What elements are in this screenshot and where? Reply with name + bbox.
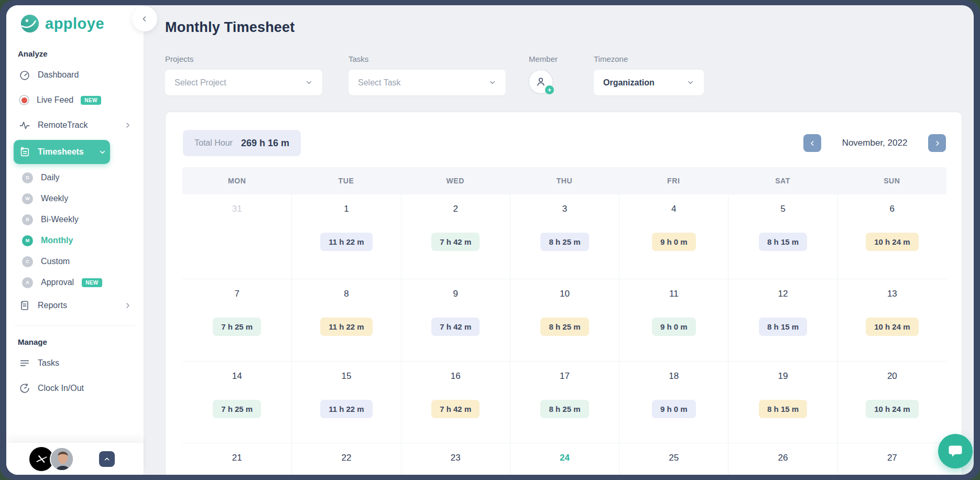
calendar-day-cell[interactable]: 26: [728, 443, 837, 475]
sidebar-item-label: Dashboard: [38, 70, 79, 80]
calendar-day-cell[interactable]: 111 h 22 m: [291, 194, 400, 279]
sidebar-item-tasks[interactable]: Tasks: [14, 351, 136, 376]
sidebar-item-daily[interactable]: D Daily: [14, 167, 136, 188]
section-analyze: Analyze: [18, 49, 132, 58]
hours-badge[interactable]: 11 h 22 m: [320, 400, 373, 418]
collapse-user-switcher-button[interactable]: [99, 451, 115, 467]
hours-badge[interactable]: 10 h 24 m: [866, 400, 918, 418]
hours-badge[interactable]: 7 h 42 m: [431, 400, 480, 418]
hours-badge[interactable]: 8 h 25 m: [540, 400, 589, 418]
clock-icon: [19, 383, 30, 394]
sidebar-collapse-button[interactable]: [132, 6, 157, 31]
hours-badge[interactable]: 8 h 25 m: [540, 233, 589, 251]
hours-badge[interactable]: 8 h 15 m: [759, 318, 807, 336]
daily-icon: D: [22, 172, 33, 183]
hours-badge[interactable]: 9 h 0 m: [652, 400, 696, 418]
section-manage: Manage: [18, 337, 132, 346]
chat-widget-button[interactable]: [938, 434, 973, 468]
sidebar-item-reports[interactable]: Reports: [14, 293, 136, 318]
calendar-day-cell[interactable]: 167 h 42 m: [401, 362, 510, 443]
calendar-day-cell[interactable]: 178 h 25 m: [510, 362, 619, 443]
calendar-day-cell[interactable]: 2010 h 24 m: [837, 362, 946, 443]
calendar-day-cell[interactable]: 27: [837, 443, 946, 475]
biweekly-icon: B: [22, 214, 33, 225]
calendar-day-cell[interactable]: 27 h 42 m: [401, 194, 510, 279]
sidebar-item-timesheets[interactable]: Timesheets: [14, 140, 110, 164]
brand-logo[interactable]: apploye: [6, 5, 144, 39]
calendar-day-cell[interactable]: 811 h 22 m: [291, 279, 400, 361]
calendar: MON TUE WED THU FRI SAT SUN 31 111 h 22 …: [182, 167, 946, 475]
calendar-day-cell[interactable]: 610 h 24 m: [837, 194, 946, 279]
sidebar-item-label: Timesheets: [38, 147, 84, 157]
person-icon: [535, 76, 547, 88]
project-select[interactable]: Select Project: [165, 70, 322, 95]
task-select[interactable]: Select Task: [349, 70, 506, 95]
calendar-day-cell[interactable]: 31: [182, 194, 291, 279]
day-number: 4: [619, 203, 728, 215]
calendar-day-cell[interactable]: 147 h 25 m: [182, 362, 291, 443]
sidebar-item-label: Approval: [41, 278, 74, 287]
activity-icon: [19, 119, 30, 131]
sidebar-item-monthly[interactable]: M Monthly: [14, 230, 136, 251]
calendar-day-cell[interactable]: 189 h 0 m: [619, 362, 728, 443]
sidebar-item-biweekly[interactable]: B Bi-Weekly: [14, 209, 136, 230]
hours-badge[interactable]: 9 h 0 m: [652, 318, 696, 336]
user-avatar[interactable]: [50, 447, 74, 471]
timesheet-icon: [19, 146, 30, 158]
day-number: 5: [728, 203, 837, 215]
calendar-day-cell[interactable]: 97 h 42 m: [401, 279, 510, 361]
calendar-day-cell[interactable]: 25: [619, 443, 728, 475]
hours-badge[interactable]: 7 h 25 m: [213, 400, 261, 418]
calendar-day-cell[interactable]: 23: [401, 443, 510, 475]
day-number: 6: [838, 203, 946, 215]
day-number: 16: [401, 370, 510, 382]
calendar-day-cell[interactable]: 198 h 15 m: [728, 362, 837, 443]
weekday-label: FRI: [619, 177, 728, 185]
calendar-day-cell[interactable]: 77 h 25 m: [182, 279, 291, 361]
sidebar-item-dashboard[interactable]: Dashboard: [14, 62, 136, 88]
calendar-day-cell[interactable]: 1310 h 24 m: [837, 279, 946, 361]
hours-badge[interactable]: 8 h 25 m: [540, 318, 589, 336]
calendar-day-cell[interactable]: 22: [291, 443, 400, 475]
next-month-button[interactable]: [928, 134, 946, 152]
sidebar-item-weekly[interactable]: W Weekly: [14, 188, 136, 209]
calendar-day-cell[interactable]: 38 h 25 m: [510, 194, 619, 279]
calendar-day-cell[interactable]: 108 h 25 m: [510, 279, 619, 361]
hours-badge[interactable]: 7 h 25 m: [213, 318, 261, 336]
previous-month-button[interactable]: [803, 134, 821, 152]
dashboard-icon: [19, 69, 30, 81]
calendar-day-cell[interactable]: 128 h 15 m: [728, 279, 837, 361]
hours-badge[interactable]: 9 h 0 m: [652, 233, 696, 251]
hours-badge[interactable]: 7 h 42 m: [431, 318, 480, 336]
day-number: 24: [510, 452, 619, 464]
hours-badge[interactable]: 8 h 15 m: [759, 233, 807, 251]
add-member-button[interactable]: +: [529, 70, 553, 94]
approval-icon: A: [22, 277, 33, 288]
calendar-day-cell[interactable]: 21: [182, 443, 291, 475]
calendar-day-cell[interactable]: 49 h 0 m: [619, 194, 728, 279]
calendar-day-cell[interactable]: 58 h 15 m: [728, 194, 837, 279]
day-number: 22: [292, 452, 400, 464]
day-number: 23: [401, 452, 510, 464]
sidebar-item-custom[interactable]: C Custom: [14, 251, 136, 272]
sidebar-item-label: Daily: [41, 173, 60, 182]
sidebar-item-approval[interactable]: A Approval NEW: [14, 272, 136, 293]
hours-badge[interactable]: 7 h 42 m: [431, 233, 480, 251]
hours-badge[interactable]: 10 h 24 m: [866, 233, 918, 251]
hours-badge[interactable]: 8 h 15 m: [759, 400, 807, 418]
day-number: 11: [619, 288, 728, 300]
sidebar-item-remotetrack[interactable]: RemoteTrack: [14, 113, 136, 138]
hours-badge[interactable]: 10 h 24 m: [866, 318, 918, 336]
calendar-day-cell[interactable]: 24: [510, 443, 619, 475]
hours-badge[interactable]: 11 h 22 m: [320, 233, 373, 251]
calendar-day-cell[interactable]: 119 h 0 m: [619, 279, 728, 361]
sidebar-item-live-feed[interactable]: Live Feed NEW: [14, 88, 136, 113]
hours-badge[interactable]: 11 h 22 m: [320, 318, 373, 336]
sidebar-item-label: Custom: [41, 257, 70, 266]
calendar-day-cell[interactable]: 1511 h 22 m: [291, 362, 400, 443]
weekday-label: SUN: [837, 177, 946, 185]
brand-name: apploye: [45, 15, 104, 32]
day-number: 1: [292, 203, 400, 215]
timezone-select[interactable]: Organization: [594, 70, 704, 95]
sidebar-item-clock-in-out[interactable]: Clock In/Out: [14, 376, 136, 401]
